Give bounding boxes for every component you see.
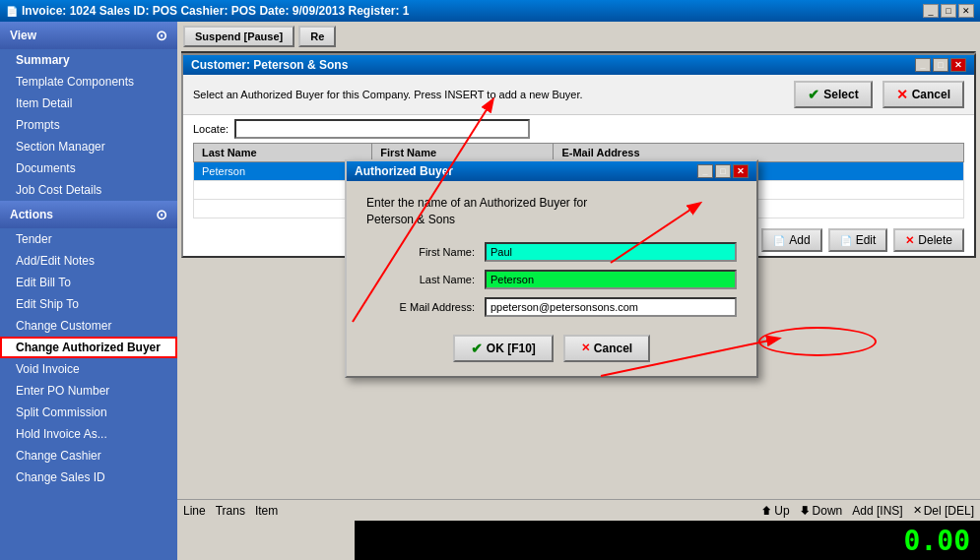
customer-window-controls: _ □ ✕ xyxy=(915,58,966,72)
view-section-header: View ⊙ xyxy=(0,22,177,49)
customer-maximize-btn[interactable]: □ xyxy=(933,58,948,72)
sidebar-item-change-customer[interactable]: Change Customer xyxy=(0,315,177,337)
sidebar-item-change-authorized-buyer[interactable]: Change Authorized Buyer xyxy=(0,337,177,358)
dialog-controls: _ □ ✕ xyxy=(697,164,749,178)
email-row: E Mail Address: xyxy=(366,297,737,317)
customer-top-bar: Select an Authorized Buyer for this Comp… xyxy=(183,75,974,115)
sidebar-item-split-commission[interactable]: Split Commission xyxy=(0,402,177,423)
down-nav-btn[interactable]: 🡇 Down xyxy=(800,504,843,518)
dialog-title: Authorized Buyer xyxy=(355,164,453,178)
customer-minimize-btn[interactable]: _ xyxy=(915,58,931,72)
sidebar-item-job-cost-details[interactable]: Job Cost Details xyxy=(0,179,177,201)
dialog-close-btn[interactable]: ✕ xyxy=(733,164,749,178)
sidebar-item-item-detail[interactable]: Item Detail xyxy=(0,93,177,114)
cancel-x-icon: ✕ xyxy=(581,342,590,354)
auth-buyer-dialog: Authorized Buyer _ □ ✕ Enter the name of… xyxy=(345,159,758,378)
check-icon: ✔ xyxy=(808,87,819,102)
sidebar-item-tender[interactable]: Tender xyxy=(0,228,177,250)
cancel-button[interactable]: ✕ Cancel xyxy=(882,81,964,108)
dialog-body: Enter the name of an Authorized Buyer fo… xyxy=(347,181,756,376)
email-label: E Mail Address: xyxy=(366,301,475,313)
dialog-maximize-btn[interactable]: □ xyxy=(715,164,731,178)
add-doc-icon: 📄 xyxy=(773,235,785,246)
up-nav-btn[interactable]: 🡅 Up xyxy=(761,504,789,518)
x-icon: ✕ xyxy=(896,87,908,102)
delete-x-icon: ✕ xyxy=(905,234,914,247)
sidebar-item-enter-po-number[interactable]: Enter PO Number xyxy=(0,380,177,402)
del-del-btn[interactable]: ✕ Del [DEL] xyxy=(913,504,974,518)
sidebar-item-documents[interactable]: Documents xyxy=(0,157,177,179)
sidebar-item-edit-bill-to[interactable]: Edit Bill To xyxy=(0,272,177,293)
customer-close-btn[interactable]: ✕ xyxy=(950,58,966,72)
sidebar-item-change-cashier[interactable]: Change Cashier xyxy=(0,445,177,467)
title-bar-controls: _ □ ✕ xyxy=(923,4,974,18)
delete-button[interactable]: ✕ Delete xyxy=(893,228,964,252)
locate-row: Locate: xyxy=(183,115,974,143)
view-collapse-btn[interactable]: ⊙ xyxy=(156,28,167,43)
customer-window-title: Customer: Peterson & Sons xyxy=(191,58,348,72)
app-icon: 📄 xyxy=(6,6,18,17)
sidebar-item-section-manager[interactable]: Section Manager xyxy=(0,136,177,157)
toolbar: Suspend [Pause] Re xyxy=(177,22,980,51)
first-name-label: First Name: xyxy=(366,246,475,258)
ok-check-icon: ✔ xyxy=(471,341,483,356)
content-area: Suspend [Pause] Re Bill To: Paul Peterso… xyxy=(177,22,980,560)
minimize-button[interactable]: _ xyxy=(923,4,939,18)
sidebar-item-change-sales-id[interactable]: Change Sales ID xyxy=(0,467,177,488)
total-display: 0.00 xyxy=(904,525,970,557)
dialog-title-bar: Authorized Buyer _ □ ✕ xyxy=(347,161,756,181)
sidebar: View ⊙ Summary Template Components Item … xyxy=(0,22,177,560)
sidebar-item-void-invoice[interactable]: Void Invoice xyxy=(0,358,177,380)
maximize-button[interactable]: □ xyxy=(941,4,956,18)
sidebar-item-add-edit-notes[interactable]: Add/Edit Notes xyxy=(0,250,177,272)
sidebar-item-hold-invoice-as[interactable]: Hold Invoice As... xyxy=(0,423,177,445)
sidebar-item-edit-ship-to[interactable]: Edit Ship To xyxy=(0,293,177,315)
suspend-button[interactable]: Suspend [Pause] xyxy=(183,26,294,47)
dialog-instruction: Enter the name of an Authorized Buyer fo… xyxy=(366,195,737,228)
email-input[interactable] xyxy=(485,297,737,317)
close-button[interactable]: ✕ xyxy=(958,4,974,18)
add-ins-btn[interactable]: Add [INS] xyxy=(852,504,902,518)
bottom-nav-bar: Line Trans Item 🡅 Up 🡇 Down Add [INS] ✕ … xyxy=(177,499,980,521)
first-name-input[interactable] xyxy=(485,242,737,262)
dialog-cancel-button[interactable]: ✕ Cancel xyxy=(563,335,650,362)
first-name-row: First Name: xyxy=(366,242,737,262)
sidebar-item-summary[interactable]: Summary xyxy=(0,49,177,71)
customer-instruction: Select an Authorized Buyer for this Comp… xyxy=(193,89,784,100)
last-name-row: Last Name: xyxy=(366,270,737,289)
lines-label: Line xyxy=(183,504,206,518)
edit-doc-icon: 📄 xyxy=(840,235,852,246)
locate-input[interactable] xyxy=(234,119,530,139)
return-button[interactable]: Re xyxy=(298,26,336,47)
customer-window-title-bar: Customer: Peterson & Sons _ □ ✕ xyxy=(183,55,974,75)
sidebar-item-template-components[interactable]: Template Components xyxy=(0,71,177,93)
edit-button[interactable]: 📄 Edit xyxy=(828,228,888,252)
ok-button[interactable]: ✔ OK [F10] xyxy=(453,335,554,362)
add-button[interactable]: 📄 Add xyxy=(761,228,821,252)
item-label: Item xyxy=(255,504,278,518)
dialog-actions: ✔ OK [F10] ✕ Cancel xyxy=(366,325,737,366)
trans-label: Trans xyxy=(216,504,245,518)
title-bar: 📄 Invoice: 1024 Sales ID: POS Cashier: P… xyxy=(0,0,980,22)
actions-section-header: Actions ⊙ xyxy=(0,201,177,228)
sidebar-item-prompts[interactable]: Prompts xyxy=(0,114,177,136)
title-bar-text: Invoice: 1024 Sales ID: POS Cashier: POS… xyxy=(22,4,410,18)
last-name-input[interactable] xyxy=(485,270,737,289)
last-name-label: Last Name: xyxy=(366,274,475,285)
locate-label: Locate: xyxy=(193,123,229,135)
select-button[interactable]: ✔ Select xyxy=(794,81,872,108)
actions-collapse-btn[interactable]: ⊙ xyxy=(156,207,167,222)
bottom-bar: 0.00 xyxy=(355,521,980,560)
dialog-minimize-btn[interactable]: _ xyxy=(697,164,713,178)
red-circle-add-edit xyxy=(758,327,877,356)
